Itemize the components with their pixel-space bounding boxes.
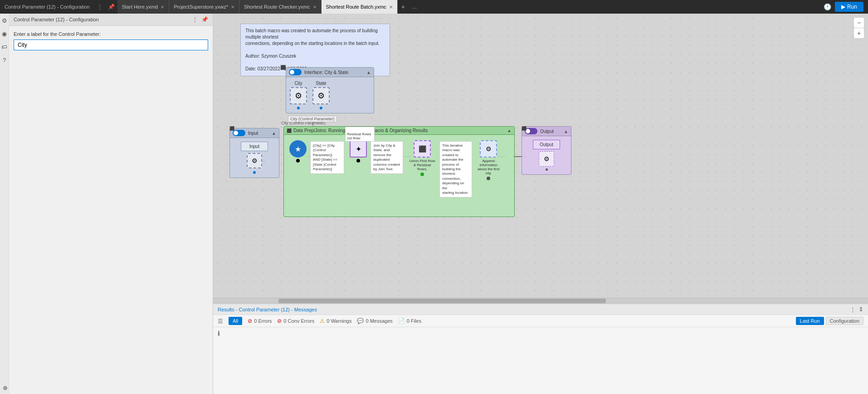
- green-collapse-icon[interactable]: ▲: [507, 128, 512, 133]
- tab-project-superstore[interactable]: ProjectSuperstore.yxwz* ✕: [169, 0, 239, 14]
- tab-more-button[interactable]: ...: [409, 4, 420, 10]
- canvas-scroll-thumb[interactable]: [278, 299, 606, 303]
- sidebar-tag-icon[interactable]: 🏷: [1, 44, 7, 50]
- green-container: ⬛ Data Prep/Joins: Running the Iterative…: [283, 126, 515, 217]
- output-title: Output: [540, 129, 554, 134]
- tab-label: Start Here.yxmd: [122, 4, 158, 10]
- input-dot: [253, 171, 256, 174]
- green-anchor: ⬛: [287, 128, 292, 133]
- input-anchor-icon: ⬛: [229, 126, 234, 131]
- panel-dots-icon[interactable]: ⋮: [192, 16, 198, 23]
- filter-messages: 💬 0 Messages: [357, 318, 392, 324]
- left-panel: Control Parameter (12) - Configuration ⋮…: [9, 14, 213, 394]
- error-icon: ⊘: [248, 318, 252, 324]
- info-icon[interactable]: ℹ: [218, 330, 220, 337]
- list-icon[interactable]: ☰: [218, 318, 223, 325]
- output-anchor-icon: ⬛: [522, 126, 527, 131]
- state-label: State: [316, 81, 326, 86]
- menu-dots-icon[interactable]: ⋮: [94, 4, 105, 10]
- canvas-scrollbar[interactable]: [213, 298, 868, 303]
- run-label: Run: [847, 4, 857, 10]
- input-container: Input ▲ Input ⚙: [229, 128, 279, 178]
- output-collapse-icon[interactable]: ▲: [564, 129, 568, 134]
- left-sidebar: ⚙ ◉ 🏷 ?: [0, 14, 9, 394]
- sidebar-help-icon[interactable]: ?: [3, 57, 6, 64]
- tabs-area: Start Here.yxmd ✕ ProjectSuperstore.yxwz…: [117, 0, 819, 14]
- run-button[interactable]: ▶ Run: [835, 2, 863, 12]
- tab-label: ProjectSuperstore.yxwz*: [174, 4, 228, 10]
- results-title: Results - Control Parameter (12) - Messa…: [218, 307, 317, 312]
- join-annotation: Join by City & State, and remove the dup…: [371, 141, 403, 174]
- results-resize-icon[interactable]: ⇕: [858, 306, 863, 313]
- results-tabs-bar: ☰ All ⊘ 0 Errors ⊘ 0 Conv Errors ⚠ 0 War…: [213, 315, 868, 327]
- toggle-switch[interactable]: [289, 69, 302, 75]
- bottom-left-icon: ⊕: [0, 382, 10, 394]
- anchor-label: ⬛: [280, 65, 286, 70]
- files-label: 0 Files: [407, 318, 421, 324]
- state-tool-dot: [320, 107, 322, 109]
- history-icon[interactable]: 🕐: [824, 3, 831, 10]
- canvas-area: City (Control Parameter) This batch macr…: [213, 14, 868, 394]
- filter-errors: ⊘ 0 Errors: [248, 318, 272, 324]
- input-collapse-icon[interactable]: ▲: [272, 131, 276, 136]
- output-toggle[interactable]: [525, 128, 537, 134]
- bottom-area: Results - Control Parameter (12) - Messa…: [213, 303, 868, 394]
- tab-close-icon[interactable]: ✕: [161, 5, 164, 10]
- results-body: ℹ: [213, 327, 868, 394]
- city-tool-icon[interactable]: ⚙: [290, 87, 307, 104]
- green-header: ⬛ Data Prep/Joins: Running the Iterative…: [284, 127, 514, 135]
- tab-add-button[interactable]: +: [398, 3, 409, 10]
- tab-start-here[interactable]: Start Here.yxmd ✕: [117, 0, 169, 14]
- top-bar-right: 🕐 ▶ Run: [819, 2, 868, 12]
- results-header: Results - Control Parameter (12) - Messa…: [213, 304, 868, 315]
- pin-icon[interactable]: 📌: [105, 4, 117, 10]
- input-toggle[interactable]: [233, 130, 245, 136]
- results-filter: ☰ All ⊘ 0 Errors ⊘ 0 Conv Errors ⚠ 0 War…: [218, 317, 421, 325]
- results-dots-icon[interactable]: ⋮: [850, 306, 856, 313]
- tab-close-icon[interactable]: ✕: [389, 5, 393, 10]
- city-tool-node: City ⚙: [290, 81, 307, 109]
- results-header-right: ⋮ ⇕: [850, 306, 863, 313]
- filter-icon-circle[interactable]: ★: [289, 140, 307, 158]
- append-icon[interactable]: ⚙: [480, 140, 497, 158]
- union-tool: ⬛ Union First Row & Residual Rows.: [409, 140, 436, 176]
- zoom-out-button[interactable]: −: [854, 18, 864, 28]
- warning-icon: ⚠: [320, 318, 325, 324]
- tab-label: Shortest Route Batch.yxmc: [326, 4, 386, 10]
- panel-pin-icon[interactable]: 📌: [201, 16, 208, 23]
- join-icon[interactable]: ✦: [350, 140, 367, 158]
- green-body: ★ [City] == [City (Control Parameter)] A…: [284, 135, 514, 207]
- union-icon[interactable]: ⬛: [414, 140, 431, 158]
- tab-all[interactable]: All: [229, 317, 242, 325]
- state-tool-icon[interactable]: ⚙: [312, 87, 330, 104]
- left-panel-title: Control Parameter (12) - Configuration: [14, 17, 99, 22]
- city-input[interactable]: [14, 39, 208, 50]
- last-run-button[interactable]: Last Run: [796, 317, 824, 325]
- results-subtitle2: Messages: [294, 307, 317, 312]
- tab-shortest-route-checker[interactable]: Shortest Route Checker.yxmc ✕: [239, 0, 322, 14]
- join-dot: [356, 159, 360, 163]
- left-panel-icons: ⋮ 📌: [192, 16, 208, 23]
- city-tool-dot: [297, 107, 300, 109]
- filter-conv-errors: ⊘ 0 Conv Errors: [277, 318, 314, 324]
- residual-rows-label: Residual Rows 1st Row:: [345, 127, 375, 142]
- control-param-label: City (Control Parameter): [288, 116, 337, 122]
- tab-close-icon[interactable]: ✕: [313, 5, 317, 10]
- zoom-in-button[interactable]: +: [854, 28, 864, 38]
- union-label: Union First Row & Residual Rows.: [409, 159, 436, 171]
- results-tab-right: Last Run Configuration: [796, 317, 863, 325]
- interface-title: Interface: City & State: [304, 70, 348, 75]
- tab-close-icon[interactable]: ✕: [231, 5, 234, 10]
- output-dot: [546, 168, 548, 171]
- tab-shortest-route-batch[interactable]: Shortest Route Batch.yxmc ✕: [322, 0, 398, 14]
- output-tool-icon[interactable]: ⚙: [539, 151, 554, 167]
- input-node-box: Input: [241, 142, 268, 151]
- sidebar-settings-icon[interactable]: ⚙: [2, 17, 7, 24]
- input-tool-icon[interactable]: ⚙: [247, 153, 262, 168]
- interface-header: Interface: City & State ▲: [286, 68, 374, 77]
- configuration-button[interactable]: Configuration: [826, 317, 863, 325]
- interface-collapse-icon[interactable]: ▲: [366, 70, 371, 75]
- sidebar-circle-icon[interactable]: ◉: [2, 30, 7, 37]
- iterative-annotation: This iterative macro was created to auto…: [439, 141, 472, 197]
- canvas[interactable]: City (Control Parameter) This batch macr…: [213, 14, 868, 298]
